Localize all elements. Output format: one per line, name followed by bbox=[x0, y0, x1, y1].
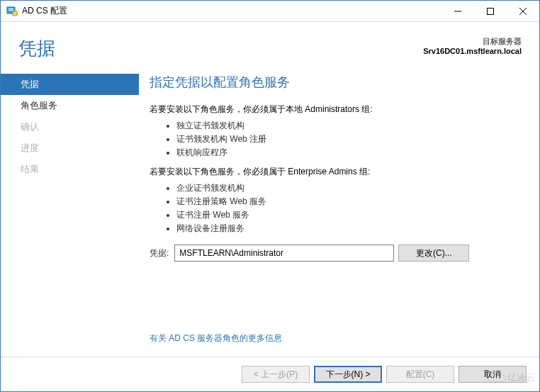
nav-item-role-services[interactable]: 角色服务 bbox=[1, 95, 139, 116]
svg-rect-4 bbox=[488, 8, 494, 14]
target-server-value: Srv16DC01.msftlearn.local bbox=[423, 47, 522, 55]
group1-intro: 若要安装以下角色服务，你必须属于本地 Administrators 组: bbox=[150, 103, 522, 116]
nav-item-progress: 进度 bbox=[1, 138, 139, 159]
target-server-label: 目标服务器 bbox=[423, 36, 522, 47]
adcs-config-window: AD CS 配置 凭据 目标服务器 Srv16DC01.msftlearn.lo… bbox=[0, 0, 540, 392]
svg-rect-2 bbox=[9, 10, 13, 11]
content: 指定凭据以配置角色服务 若要安装以下角色服务，你必须属于本地 Administr… bbox=[139, 67, 539, 357]
close-button[interactable] bbox=[507, 1, 539, 22]
nav-item-credentials[interactable]: 凭据 bbox=[1, 74, 139, 95]
app-icon bbox=[6, 6, 18, 17]
header-area: 凭据 目标服务器 Srv16DC01.msftlearn.local bbox=[1, 22, 539, 67]
list-item: 独立证书颁发机构 bbox=[176, 120, 522, 132]
target-block: 目标服务器 Srv16DC01.msftlearn.local bbox=[423, 36, 522, 61]
page-title: 凭据 bbox=[18, 36, 423, 61]
configure-button: 配置(C) bbox=[386, 366, 454, 383]
list-item: 网络设备注册服务 bbox=[176, 223, 522, 235]
window-title: AD CS 配置 bbox=[22, 5, 67, 17]
group1-list: 独立证书颁发机构 证书颁发机构 Web 注册 联机响应程序 bbox=[150, 120, 522, 159]
change-button[interactable]: 更改(C)... bbox=[398, 245, 469, 262]
next-button[interactable]: 下一步(N) > bbox=[314, 366, 382, 383]
credentials-input[interactable] bbox=[174, 245, 394, 262]
credentials-row: 凭据: 更改(C)... bbox=[150, 245, 522, 262]
prev-button: < 上一步(P) bbox=[242, 366, 310, 383]
list-item: 证书颁发机构 Web 注册 bbox=[176, 133, 522, 145]
maximize-button[interactable] bbox=[474, 1, 507, 22]
group2-intro: 若要安装以下角色服务，你必须属于 Enterprise Admins 组: bbox=[150, 166, 522, 178]
list-item: 证书注册 Web 服务 bbox=[176, 209, 522, 221]
more-info-link[interactable]: 有关 AD CS 服务器角色的更多信息 bbox=[150, 332, 282, 345]
body: 凭据 角色服务 确认 进度 结果 指定凭据以配置角色服务 若要安装以下角色服务，… bbox=[1, 67, 539, 357]
content-heading: 指定凭据以配置角色服务 bbox=[150, 74, 522, 91]
list-item: 证书注册策略 Web 服务 bbox=[176, 196, 522, 208]
nav-item-results: 结果 bbox=[1, 159, 139, 180]
svg-rect-3 bbox=[454, 11, 461, 11]
svg-rect-1 bbox=[9, 9, 13, 9]
sidebar: 凭据 角色服务 确认 进度 结果 bbox=[1, 67, 139, 357]
titlebar: AD CS 配置 bbox=[1, 1, 539, 22]
group2-list: 企业证书颁发机构 证书注册策略 Web 服务 证书注册 Web 服务 网络设备注… bbox=[150, 182, 522, 235]
cancel-button[interactable]: 取消 bbox=[459, 366, 527, 383]
nav-item-confirmation: 确认 bbox=[1, 116, 139, 138]
list-item: 联机响应程序 bbox=[176, 147, 522, 159]
credentials-label: 凭据: bbox=[150, 247, 169, 259]
minimize-button[interactable] bbox=[441, 1, 474, 22]
footer: < 上一步(P) 下一步(N) > 配置(C) 取消 bbox=[1, 357, 539, 391]
list-item: 企业证书颁发机构 bbox=[176, 182, 522, 194]
